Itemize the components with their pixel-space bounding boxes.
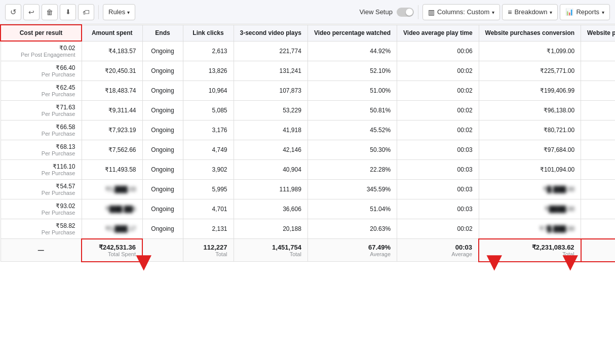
cell-vid-avg: 00:02 [397, 120, 479, 140]
cell-web-roas: 10.79 [581, 81, 615, 101]
cell-video-plays: 20,188 [234, 219, 308, 239]
footer-web-conv-sub: Total [485, 251, 574, 257]
cell-video-plays: 41,918 [234, 120, 308, 140]
refresh-button[interactable] [5, 4, 21, 20]
table-row: ₹58.82Per Purchase₹5,███.17Ongoing2,1312… [1, 219, 615, 239]
cell-vid-pct: 20.63% [308, 219, 397, 239]
cell-cost: ₹66.40Per Purchase [1, 61, 82, 81]
cell-video-plays: 111,989 [234, 180, 308, 199]
cell-video-plays: 131,241 [234, 61, 308, 81]
cell-ends: Ongoing [142, 81, 183, 101]
footer-vid-pct-value: 67.49% [314, 244, 391, 251]
cell-vid-avg: 00:03 [397, 140, 479, 160]
cell-link-clicks: 5,995 [183, 180, 234, 199]
cell-ends: Ongoing [142, 61, 183, 81]
cell-link-clicks: 2,131 [183, 219, 234, 239]
cell-link-clicks: 3,176 [183, 120, 234, 140]
undo-button[interactable] [23, 4, 40, 20]
cost-value: ₹71.63 [7, 104, 75, 111]
cell-link-clicks: 2,613 [183, 41, 234, 61]
web-conv-value: ₹█,███.00 [543, 186, 574, 193]
reports-chevron-icon [602, 8, 604, 16]
rules-label: Rules [108, 8, 125, 16]
delete-button[interactable]: 🗑 [42, 4, 58, 20]
reports-icon: 📊 [565, 8, 573, 16]
footer-link-clicks-value: 112,227 [189, 244, 227, 251]
cell-web-conv: ₹101,094.00 [479, 160, 581, 180]
separator-2 [418, 5, 418, 19]
cell-web-roas: 0.26 [581, 41, 615, 61]
header-row: Cost per result Amount spent Ends Link c… [1, 25, 615, 41]
col-header-vid-avg: Video average play time [397, 25, 479, 41]
cell-web-roas: 10.32 [581, 101, 615, 120]
cell-ends: Ongoing [142, 180, 183, 199]
reports-label: Reports [576, 8, 599, 16]
cost-value: ₹116.10 [7, 163, 75, 170]
cell-video-plays: 42,146 [234, 140, 308, 160]
cell-cost: ₹62.45Per Purchase [1, 81, 82, 101]
col-header-amount: Amount spent [82, 25, 142, 41]
web-conv-value: ₹7█,███.00 [540, 225, 574, 232]
footer-vid-avg: 00:03 Average [397, 239, 479, 262]
cell-ends: Ongoing [142, 160, 183, 180]
cell-amount: ₹9,311.44 [82, 101, 142, 120]
cell-vid-pct: 345.59% [308, 180, 397, 199]
cell-vid-pct: 50.30% [308, 140, 397, 160]
cell-amount: ₹7,923.19 [82, 120, 142, 140]
cell-cost: ₹68.13Per Purchase [1, 140, 82, 160]
cell-vid-avg: 00:02 [397, 81, 479, 101]
cell-web-conv: ₹96,138.00 [479, 101, 581, 120]
cost-sub: Per Purchase [7, 131, 75, 137]
cell-web-conv: ₹97,684.00 [479, 140, 581, 160]
web-conv-value: ₹████.00 [545, 206, 574, 213]
amount-value: ₹5,███.03 [105, 186, 136, 193]
cell-cost: ₹58.82Per Purchase [1, 219, 82, 239]
cell-ends: Ongoing [142, 41, 183, 61]
cell-web-roas: █.██ [581, 199, 615, 219]
table-row: ₹68.13Per Purchase₹7,562.66Ongoing4,7494… [1, 140, 615, 160]
cell-cost: ₹66.58Per Purchase [1, 120, 82, 140]
cell-video-plays: 40,904 [234, 160, 308, 180]
col-header-video-plays: 3-second video plays [234, 25, 308, 41]
separator-1 [98, 5, 99, 19]
cell-vid-pct: 51.04% [308, 199, 397, 219]
view-setup-area: View Setup [359, 8, 414, 17]
rules-dropdown[interactable]: Rules [103, 4, 135, 20]
cell-web-conv: ₹████.00 [479, 199, 581, 219]
cell-web-roas: █.█ [581, 180, 615, 199]
cell-link-clicks: 3,902 [183, 160, 234, 180]
breakdown-button[interactable]: ≡ Breakdown [502, 4, 558, 20]
view-setup-toggle[interactable] [397, 8, 414, 17]
cell-amount: ₹5,███.17 [82, 219, 142, 239]
cost-sub: Per Purchase [7, 91, 75, 97]
cell-vid-avg: 00:03 [397, 180, 479, 199]
cell-web-roas: 10.19 [581, 120, 615, 140]
save-button[interactable]: ⬇ [60, 4, 76, 20]
view-setup-label: View Setup [359, 8, 393, 16]
cell-vid-pct: 52.10% [308, 61, 397, 81]
cell-vid-pct: 50.81% [308, 101, 397, 120]
footer-link-clicks-sub: Total [189, 251, 227, 257]
footer-row: — ₹242,531.36 Total Spent 112,227 Total … [1, 239, 615, 262]
tag-button[interactable]: 🏷 [78, 4, 94, 20]
columns-button[interactable]: ▥ Columns: Custom [422, 4, 500, 20]
table-row: ₹0.02Per Post Engagement₹4,183.57Ongoing… [1, 41, 615, 61]
cell-amount: ₹20,450.31 [82, 61, 142, 81]
footer-video-plays-value: 1,451,754 [240, 244, 301, 251]
footer-vid-avg-value: 00:03 [403, 244, 472, 251]
reports-button[interactable]: 📊 Reports [560, 4, 610, 20]
footer-vid-avg-sub: Average [403, 251, 472, 257]
save-icon: ⬇ [65, 8, 71, 16]
cell-web-conv: ₹199,406.99 [479, 81, 581, 101]
cell-vid-pct: 51.00% [308, 81, 397, 101]
table-row: ₹71.63Per Purchase₹9,311.44Ongoing5,0855… [1, 101, 615, 120]
cost-value: ₹54.57 [7, 183, 75, 190]
cell-web-roas: 8.80 [581, 160, 615, 180]
cell-ends: Ongoing [142, 199, 183, 219]
table-row: ₹62.45Per Purchase₹18,483.74Ongoing10,96… [1, 81, 615, 101]
cell-cost: ₹116.10Per Purchase [1, 160, 82, 180]
breakdown-icon: ≡ [508, 8, 512, 16]
cell-amount: ₹18,483.74 [82, 81, 142, 101]
cell-vid-avg: 00:02 [397, 101, 479, 120]
cell-video-plays: 36,606 [234, 199, 308, 219]
